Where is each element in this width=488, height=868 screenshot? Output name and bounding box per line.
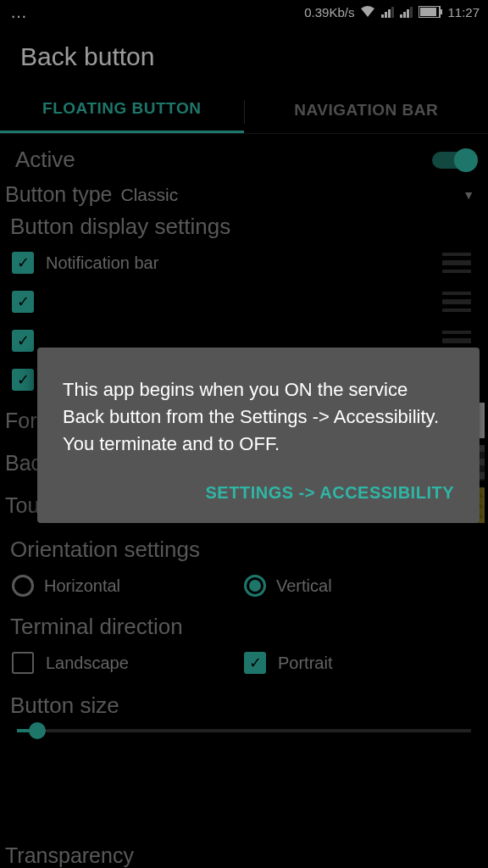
accessibility-dialog: This app begins when you ON the service … — [37, 348, 480, 523]
dialog-action-settings-accessibility[interactable]: SETTINGS -> ACCESSIBILITY — [63, 483, 454, 503]
dialog-body: This app begins when you ON the service … — [63, 376, 454, 458]
